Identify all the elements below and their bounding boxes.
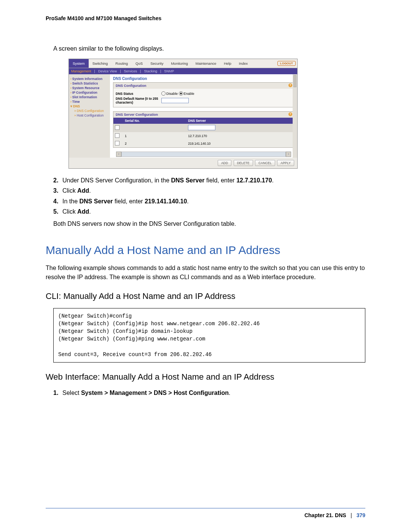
horizontal-scrollbar[interactable]: ‹ › — [116, 152, 291, 157]
web-subsection-heading: Web Interface: Manually Add a Host Name … — [46, 372, 365, 382]
row-checkbox[interactable] — [115, 133, 119, 138]
sidebar-item-ip-config[interactable]: ›IP Configuration — [70, 90, 108, 95]
cli-subsection-heading: CLI: Manually Add a Host Name and an IP … — [46, 291, 365, 301]
tab-switching[interactable]: Switching — [89, 59, 112, 68]
apply-button[interactable]: APPLY — [277, 160, 294, 166]
page-footer: Chapter 21. DNS | 379 — [304, 512, 365, 518]
tab-system[interactable]: System — [69, 59, 89, 68]
result-paragraph: Both DNS servers now show in the DNS Ser… — [53, 219, 365, 228]
dns-config-panel-title: DNS Configuration — [116, 84, 147, 88]
row-checkbox[interactable] — [115, 125, 119, 130]
delete-button[interactable]: DELETE — [234, 160, 253, 166]
tab-security[interactable]: Security — [147, 59, 167, 68]
dns-server-table: Serial No. DNS Server 1 12.7.210.170 — [113, 118, 294, 147]
dns-status-disable-radio[interactable] — [161, 91, 166, 96]
dns-server-input[interactable] — [188, 125, 215, 130]
section-heading: Manually Add a Host Name and an IP Addre… — [46, 244, 365, 257]
tab-monitoring[interactable]: Monitoring — [167, 59, 191, 68]
sidebar-item-dns-config[interactable]: »DNS Configuration — [70, 109, 108, 113]
add-button[interactable]: ADD — [218, 160, 231, 166]
top-tab-bar: System Switching Routing QoS Security Mo… — [69, 59, 297, 68]
table-row: 2 219.141.140.10 — [113, 140, 294, 147]
sidebar-item-switch-stats[interactable]: ›Switch Statistics — [70, 81, 108, 86]
col-serial: Serial No. — [123, 118, 186, 124]
steps-list-1: 2. Under DNS Server Configuration, in th… — [53, 176, 365, 216]
subtab-stacking[interactable]: Stacking — [144, 69, 157, 73]
help-icon[interactable]: ? — [288, 112, 292, 116]
action-button-bar: ADD DELETE CANCEL APPLY — [69, 158, 297, 168]
content-pane: DNS Configuration DNS Configuration? DNS… — [110, 74, 297, 158]
subtab-management[interactable]: Management — [71, 69, 91, 73]
tab-qos[interactable]: QoS — [132, 59, 147, 68]
scroll-left-icon[interactable]: ‹ — [116, 152, 121, 157]
sub-tab-bar: Management| Device View| Services| Stack… — [69, 68, 297, 74]
tab-routing[interactable]: Routing — [112, 59, 132, 68]
logout-button[interactable]: LOGOUT — [277, 61, 296, 66]
tab-help[interactable]: Help — [220, 59, 235, 68]
subtab-snmp[interactable]: SNMP — [164, 69, 174, 73]
page-header: ProSafe M4100 and M7100 Managed Switches — [46, 15, 365, 21]
cancel-button[interactable]: CANCEL — [255, 160, 275, 166]
content-title: DNS Configuration — [113, 77, 294, 81]
sidebar-item-system-resource[interactable]: ›System Resource — [70, 86, 108, 90]
sidebar-item-dns[interactable]: ▾DNS — [70, 104, 108, 109]
section-intro: The following example shows commands to … — [46, 264, 365, 282]
dns-config-screenshot: System Switching Routing QoS Security Mo… — [68, 59, 298, 169]
dns-status-enable-radio[interactable] — [179, 91, 183, 96]
dns-server-panel-title: DNS Server Configuration — [116, 113, 158, 117]
intro-text: A screen similar to the following displa… — [53, 44, 365, 53]
tab-maintenance[interactable]: Maintenance — [192, 59, 220, 68]
tab-index[interactable]: Index — [235, 59, 252, 68]
sidebar-item-host-config[interactable]: »Host Configuration — [70, 113, 108, 118]
dns-server-panel: DNS Server Configuration? Serial No. DNS… — [113, 111, 294, 148]
steps-list-2: 1. Select System > Management > DNS > Ho… — [53, 389, 365, 397]
dns-status-label: DNS Status — [116, 92, 161, 96]
subtab-device-view[interactable]: Device View — [98, 69, 117, 73]
vertical-scrollbar[interactable] — [293, 74, 297, 158]
sidebar-item-time[interactable]: ›Time — [70, 99, 108, 104]
cli-code-block: (Netgear Switch)#config (Netgear Switch)… — [53, 308, 365, 363]
help-icon[interactable]: ? — [288, 83, 292, 87]
row-checkbox[interactable] — [115, 141, 119, 145]
table-input-row — [113, 124, 294, 132]
sidebar: ›System Information ›Switch Statistics ›… — [69, 74, 110, 158]
dns-default-name-input[interactable] — [161, 98, 189, 103]
footer-rule — [46, 508, 365, 508]
table-row: 1 12.7.210.170 — [113, 132, 294, 140]
sidebar-item-system-information[interactable]: ›System Information — [70, 77, 108, 81]
col-dns-server: DNS Server — [186, 118, 294, 124]
subtab-services[interactable]: Services — [124, 69, 137, 73]
dns-config-panel: DNS Configuration? DNS Status Disable En… — [113, 82, 294, 107]
scroll-right-icon[interactable]: › — [286, 152, 291, 157]
sidebar-item-slot-info[interactable]: ›Slot Information — [70, 95, 108, 99]
dns-default-name-label: DNS Default Name (0 to 255 characters) — [116, 97, 161, 104]
